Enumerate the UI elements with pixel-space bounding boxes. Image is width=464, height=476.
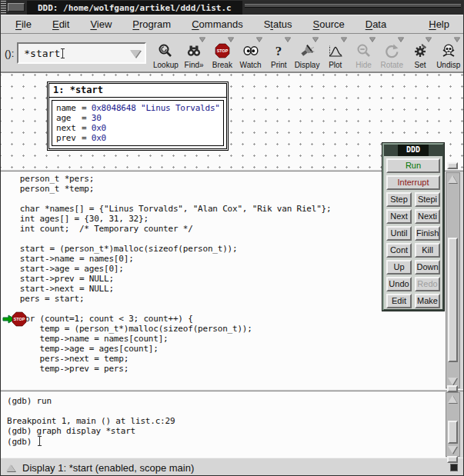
- display-node[interactable]: 1: *start name = 0x8048648 "Linus Torval…: [48, 83, 227, 149]
- dropdown-arrow-icon[interactable]: [228, 37, 234, 42]
- scroll-down-icon[interactable]: [448, 446, 457, 454]
- dropdown-arrow-icon[interactable]: [256, 37, 262, 42]
- undo-button[interactable]: Undo: [386, 277, 412, 291]
- source-line[interactable]: char *names[] = {"Linus Torvalds", "Alan…: [1, 204, 446, 214]
- menu-edit[interactable]: Edit: [46, 16, 75, 32]
- console-scrollbar[interactable]: [446, 392, 460, 457]
- scroll-down-icon[interactable]: [448, 378, 457, 385]
- source-line[interactable]: start->name = names[0];: [1, 254, 446, 264]
- source-line[interactable]: for (count=1; count < 3; count++) {: [1, 314, 446, 324]
- menu-help[interactable]: Help: [422, 16, 456, 32]
- interrupt-button[interactable]: Interrupt: [386, 175, 440, 190]
- up-button[interactable]: Up: [386, 260, 412, 275]
- step-button[interactable]: Step: [386, 192, 412, 207]
- source-line[interactable]: [1, 304, 446, 314]
- dropdown-arrow-icon[interactable]: [341, 37, 347, 42]
- menu-status[interactable]: Status: [258, 16, 299, 32]
- window-menu-button[interactable]: [8, 3, 25, 12]
- redo-button: Redo: [415, 277, 440, 291]
- tool-button-lookup[interactable]: Lookup: [152, 35, 180, 72]
- dropdown-arrow-icon[interactable]: [369, 37, 376, 42]
- dropdown-arrow-icon[interactable]: [426, 37, 432, 42]
- dropdown-arrow-icon[interactable]: [199, 37, 205, 42]
- menu-view[interactable]: View: [84, 16, 118, 32]
- scroll-up-icon[interactable]: [448, 175, 457, 183]
- tool-button-display[interactable]: Display: [293, 35, 322, 72]
- source-scrollbar[interactable]: [446, 172, 460, 388]
- argument-input[interactable]: *start: [17, 42, 146, 64]
- source-line[interactable]: temp = (person_t*)malloc(sizeof(person_t…: [1, 324, 446, 334]
- pane-sash-grip[interactable]: [447, 385, 458, 392]
- dropdown-arrow-icon[interactable]: [312, 37, 319, 42]
- scrollbar-thumb[interactable]: [448, 421, 458, 444]
- tool-button-print[interactable]: ?Print: [265, 35, 293, 72]
- source-line[interactable]: start->age = ages[0];: [1, 264, 446, 274]
- text-caret: [60, 48, 65, 58]
- gdb-console[interactable]: (gdb) runBreakpoint 1, main () at list.c…: [1, 391, 446, 458]
- menu-data[interactable]: Data: [359, 16, 392, 32]
- source-line[interactable]: int count; /* Temporary counter */: [1, 224, 446, 234]
- menu-program[interactable]: Program: [126, 16, 177, 32]
- window-resize-hatch[interactable]: [1, 1, 6, 15]
- source-line[interactable]: [1, 234, 446, 244]
- finish-button[interactable]: Finish: [415, 226, 440, 241]
- window-titlebar[interactable]: DDD: /home/wolfgang/artikel/ddd/list.c: [1, 1, 463, 15]
- dropdown-arrow-icon[interactable]: [454, 37, 460, 42]
- edit-button[interactable]: Edit: [386, 294, 412, 308]
- dropdown-arrow-icon[interactable]: [398, 37, 404, 42]
- source-line[interactable]: start->prev = NULL;: [1, 274, 446, 284]
- source-line[interactable]: temp->name = names[count];: [1, 334, 446, 344]
- tool-button-find[interactable]: Find»: [180, 35, 209, 72]
- run-button[interactable]: Run: [386, 158, 440, 173]
- pane-sash-grip[interactable]: [447, 456, 458, 463]
- stepi-button[interactable]: Stepi: [415, 192, 440, 207]
- rotate-arrow-icon: [384, 42, 399, 60]
- menu-commands[interactable]: Commands: [185, 16, 249, 32]
- menu-file[interactable]: File: [9, 16, 38, 32]
- kill-button[interactable]: Kill: [415, 243, 440, 258]
- tool-button-set[interactable]: Set: [406, 35, 435, 72]
- source-line[interactable]: pers = start;: [1, 294, 446, 304]
- source-line[interactable]: [1, 374, 446, 384]
- scroll-up-icon[interactable]: [448, 395, 457, 403]
- status-history-toggle-icon[interactable]: [6, 464, 15, 471]
- source-line[interactable]: temp->age = ages[count];: [1, 344, 446, 354]
- titlebar-drag-area[interactable]: [242, 1, 463, 15]
- source-line[interactable]: person_t *temp;: [1, 184, 446, 194]
- toolbar: (): *start LookupFind»STOPBreakWatch?Pri…: [1, 34, 463, 72]
- make-button[interactable]: Make: [415, 294, 440, 308]
- cont-button[interactable]: Cont: [386, 243, 412, 258]
- tool-button-rotate: Rotate: [378, 35, 406, 72]
- source-pane[interactable]: person_t *pers; person_t *temp; char *na…: [1, 171, 446, 389]
- until-button[interactable]: Until: [386, 226, 412, 241]
- display-node-field: name = 0x8048648 "Linus Torvalds": [56, 103, 219, 113]
- breakpoint-stop-icon[interactable]: STOP: [12, 311, 27, 327]
- menu-help-slot: Help: [414, 16, 463, 32]
- tool-button-label: Plot: [329, 61, 342, 69]
- tool-button-plot[interactable]: Plot: [321, 35, 349, 72]
- tool-button-break[interactable]: STOPBreak: [208, 35, 236, 72]
- skull-icon: [441, 42, 456, 60]
- scrollbar-thumb[interactable]: [448, 238, 458, 362]
- down-button[interactable]: Down: [415, 260, 440, 275]
- tool-button-label: Undisp: [436, 61, 460, 69]
- source-line[interactable]: int ages[] = {30, 31, 32};: [1, 214, 446, 224]
- tool-button-undisp[interactable]: Undisp: [434, 35, 462, 72]
- console-line[interactable]: (gdb): [1, 436, 446, 447]
- source-line[interactable]: start->next = NULL;: [1, 284, 446, 294]
- source-line[interactable]: pers->next = temp;: [1, 354, 446, 364]
- source-line[interactable]: temp->prev = pers;: [1, 364, 446, 374]
- next-button[interactable]: Next: [386, 209, 412, 224]
- menu-source[interactable]: Source: [307, 16, 351, 32]
- source-line[interactable]: start = (person_t*)malloc(sizeof(person_…: [1, 244, 446, 254]
- nexti-button[interactable]: Nexti: [415, 209, 440, 224]
- source-line[interactable]: person_t *pers;: [1, 174, 446, 184]
- command-tool-titlebar[interactable]: DDD: [384, 145, 442, 156]
- pane-sash-grip[interactable]: [447, 162, 458, 169]
- tool-button-watch[interactable]: Watch: [236, 35, 265, 72]
- dropdown-arrow-icon[interactable]: [285, 37, 291, 42]
- source-line[interactable]: [1, 194, 446, 204]
- pane-divider[interactable]: [1, 389, 463, 391]
- argument-dropdown-icon[interactable]: [130, 50, 141, 58]
- tool-button-label: Hide: [356, 61, 372, 69]
